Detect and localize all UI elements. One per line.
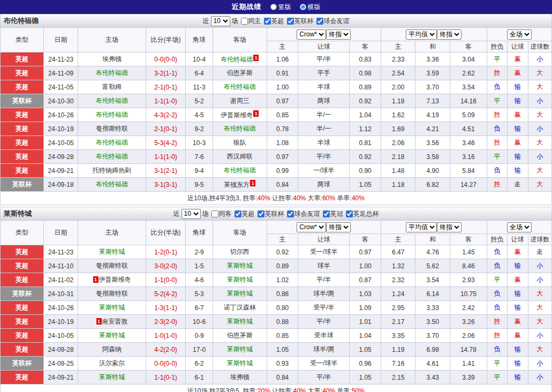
- team-link[interactable]: 曼彻斯特联: [96, 262, 128, 269]
- checkbox-input[interactable]: [211, 210, 218, 217]
- bookmaker-select[interactable]: Crow*: [297, 29, 326, 40]
- checkbox-input[interactable]: [346, 210, 353, 217]
- checkbox-input[interactable]: [287, 210, 294, 217]
- score-cell[interactable]: 2-1(0-1): [146, 122, 186, 136]
- checkbox-input[interactable]: [264, 18, 271, 25]
- team-link[interactable]: 布伦特福德: [96, 69, 128, 77]
- asia-odds-time-select[interactable]: 终指: [326, 29, 351, 40]
- score-cell[interactable]: 1-3(1-1): [146, 301, 186, 315]
- team-link[interactable]: 布伦特福德: [96, 139, 128, 146]
- team-link[interactable]: 富勒姆: [102, 83, 122, 91]
- euro-time-select[interactable]: 终指: [437, 222, 462, 232]
- team-link[interactable]: 阿森纳: [102, 345, 122, 353]
- score-cell[interactable]: 1-1(0-0): [146, 273, 186, 287]
- score-cell[interactable]: 0-0(0-0): [146, 357, 186, 371]
- team-link[interactable]: 莱斯特城: [99, 248, 125, 255]
- team-link[interactable]: 莱斯特城: [227, 318, 253, 325]
- asia-odds-time-select[interactable]: 终指: [326, 222, 351, 232]
- team-link[interactable]: 莱斯特城: [227, 359, 253, 367]
- score-cell[interactable]: 4-3(2-2): [146, 108, 186, 122]
- score-cell[interactable]: 3-1(3-1): [146, 178, 186, 192]
- checkbox-input[interactable]: [323, 210, 330, 217]
- team-link[interactable]: 伊普斯维奇: [221, 111, 253, 119]
- score-cell[interactable]: 1-1(0-1): [146, 371, 186, 385]
- filter-checkbox-2[interactable]: 英联杯: [287, 17, 314, 26]
- scope-select[interactable]: 全场: [507, 29, 532, 40]
- filter-checkbox-2[interactable]: 英联杯: [258, 209, 284, 218]
- euro-source-select[interactable]: 平均值: [406, 222, 437, 232]
- score-cell[interactable]: 2-1(0-1): [146, 80, 186, 94]
- score-cell[interactable]: 4-2(2-0): [146, 343, 186, 357]
- filter-checkbox-4[interactable]: 英冠: [323, 209, 343, 218]
- layout-option-vertical[interactable]: 竖版: [270, 3, 291, 12]
- team-link[interactable]: 莱斯特城: [227, 262, 253, 269]
- team-link[interactable]: 西汉姆联: [227, 153, 253, 160]
- team-link[interactable]: 莱斯特城: [227, 345, 253, 353]
- team-link[interactable]: 埃弗顿: [230, 373, 249, 381]
- match-count-select[interactable]: 10: [182, 209, 201, 219]
- team-link[interactable]: 莱顿东方: [224, 181, 249, 189]
- team-link[interactable]: 伯恩茅斯: [227, 69, 253, 77]
- team-link[interactable]: 莱斯特城: [227, 276, 253, 283]
- score-cell[interactable]: 3-1(2-1): [146, 164, 186, 178]
- team-link[interactable]: 南安普敦: [102, 318, 128, 325]
- scope-select[interactable]: 全场: [507, 222, 532, 232]
- team-link[interactable]: 莱斯特城: [227, 290, 253, 297]
- filter-checkbox-1[interactable]: 英超: [235, 209, 255, 218]
- team-link[interactable]: 沃尔索尔: [99, 359, 125, 367]
- euro-time-select[interactable]: 终指: [437, 29, 462, 40]
- match-row: 英超24-11-23埃弗顿0-0(0-0)10-4布伦特福德11.06平/半0.…: [1, 52, 552, 66]
- filter-checkbox-3[interactable]: 球会友谊: [316, 17, 350, 26]
- checkbox-input[interactable]: [316, 18, 323, 25]
- checkbox-input[interactable]: [258, 210, 264, 217]
- score-cell[interactable]: 1-2(0-1): [146, 245, 186, 259]
- layout-option-horizontal[interactable]: 横版: [300, 3, 321, 12]
- euro-source-select[interactable]: 平均值: [406, 29, 437, 40]
- team-link[interactable]: 埃弗顿: [102, 55, 122, 63]
- horizontal-layout-radio[interactable]: [300, 4, 306, 10]
- team-link[interactable]: 曼彻斯特联: [96, 125, 128, 132]
- team-link[interactable]: 狼队: [233, 139, 246, 146]
- filter-checkbox-5[interactable]: 英足总杯: [346, 209, 379, 218]
- team-link[interactable]: 布伦特福德: [96, 97, 128, 104]
- sub-col-header: 让球: [298, 41, 350, 52]
- team-link[interactable]: 谢周三: [230, 97, 249, 104]
- match-date: 24-11-09: [43, 66, 78, 80]
- score-cell[interactable]: 1-0(1-0): [146, 329, 186, 343]
- team-link[interactable]: 托特纳姆热刺: [93, 167, 131, 174]
- team-link[interactable]: 莱斯特城: [99, 331, 125, 339]
- team-link[interactable]: 莱斯特城: [99, 373, 125, 381]
- team-link[interactable]: 布伦特福德: [96, 111, 128, 118]
- score-cell[interactable]: 5-2(4-2): [146, 287, 186, 301]
- checkbox-input[interactable]: [235, 210, 241, 217]
- filter-checkbox-3[interactable]: 球会友谊: [287, 209, 320, 218]
- score-cell[interactable]: 3-2(1-1): [146, 66, 186, 80]
- team-link[interactable]: 诺丁汉森林: [224, 304, 256, 311]
- filter-checkbox-1[interactable]: 英超: [264, 17, 284, 26]
- team-link[interactable]: 伯恩茅斯: [227, 331, 253, 339]
- team-link[interactable]: 布伦特福德: [96, 180, 128, 188]
- checkbox-input[interactable]: [287, 18, 294, 25]
- team-link[interactable]: 莱斯特城: [99, 304, 125, 311]
- team-link[interactable]: 曼彻斯特联: [96, 290, 128, 297]
- team-link[interactable]: 布伦特福德: [224, 167, 256, 174]
- vertical-layout-radio[interactable]: [270, 4, 277, 10]
- team-link[interactable]: 切尔西: [230, 248, 249, 255]
- team-link[interactable]: 布伦特福德: [224, 83, 256, 91]
- score-cell[interactable]: 5-3(4-2): [146, 136, 186, 150]
- score-cell[interactable]: 0-0(0-0): [146, 52, 186, 66]
- filter-checkbox-0[interactable]: 同主: [241, 17, 261, 26]
- match-date: 24-10-26: [43, 108, 78, 122]
- team-link[interactable]: 布伦特福德: [96, 153, 128, 160]
- score-cell[interactable]: 3-0(2-0): [146, 259, 186, 273]
- team-link[interactable]: 布伦特福德: [221, 56, 253, 63]
- match-count-select[interactable]: 10: [211, 16, 230, 26]
- filter-checkbox-0[interactable]: 同客: [211, 209, 232, 218]
- checkbox-input[interactable]: [241, 18, 248, 25]
- team-link[interactable]: 布伦特福德: [224, 125, 256, 132]
- score-cell[interactable]: 2-3(2-0): [146, 315, 186, 329]
- score-cell[interactable]: 1-1(1-0): [146, 94, 186, 108]
- bookmaker-select[interactable]: Crow*: [297, 222, 326, 232]
- score-cell[interactable]: 1-1(1-0): [146, 150, 186, 164]
- team-link[interactable]: 伊普斯维奇: [99, 276, 131, 283]
